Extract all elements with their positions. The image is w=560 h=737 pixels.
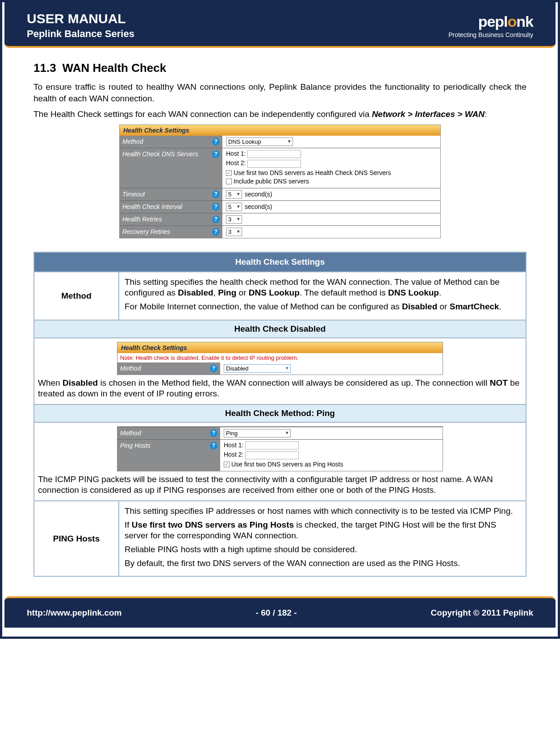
host1-label: Host 1: <box>224 441 243 449</box>
ping-subheader: Health Check Method: Ping <box>34 404 526 423</box>
host1-input[interactable] <box>245 441 299 450</box>
logo-accent-icon: o <box>508 13 517 30</box>
interval-label: Health Check Interval? <box>120 200 222 213</box>
logo-text: peplonk <box>448 13 533 30</box>
section-number: 11.3 <box>33 61 56 75</box>
use-dns-ping-checkbox[interactable]: ✓ <box>224 462 230 467</box>
help-icon[interactable]: ? <box>210 442 217 450</box>
disabled-note: Note: Health check is disabled. Enable i… <box>117 353 443 362</box>
dns-servers-body: Host 1: Host 2: ✓Use first two DNS serve… <box>222 148 440 188</box>
interval-unit: second(s) <box>245 203 272 210</box>
ping-hosts-body: Host 1: Host 2: ✓Use first two DNS serve… <box>220 439 443 471</box>
help-icon[interactable]: ? <box>212 203 220 211</box>
timeout-select[interactable]: 5 <box>226 190 242 199</box>
description-table: Health Check Settings Method This settin… <box>33 252 527 577</box>
method-desc-label: Method <box>34 272 119 320</box>
retries-label: Health Retries? <box>120 213 222 225</box>
retries-select[interactable]: 3 <box>226 215 242 224</box>
interval-select[interactable]: 5 <box>226 203 242 211</box>
document-footer: http://www.peplink.com - 60 / 182 - Copy… <box>4 596 556 628</box>
ping-section: Method? Ping Ping Hosts? Host 1: Host 2:… <box>34 423 526 500</box>
include-public-checkbox[interactable] <box>226 179 232 184</box>
help-icon[interactable]: ? <box>210 429 217 437</box>
host1-label: Host 1: <box>226 150 246 157</box>
ping-hosts-desc-label: PING Hosts <box>34 501 119 576</box>
header-titles: USER MANUAL Peplink Balance Series <box>27 11 134 40</box>
include-public-label: Include public DNS servers <box>234 178 309 185</box>
method-label: Method? <box>117 362 220 375</box>
ping-desc-text: The ICMP PING packets will be issued to … <box>38 474 522 496</box>
help-icon[interactable]: ? <box>212 138 220 146</box>
method-label: Method? <box>120 136 222 148</box>
timeout-label: Timeout? <box>120 188 222 200</box>
method-label: Method? <box>117 427 220 439</box>
help-icon[interactable]: ? <box>212 150 220 158</box>
config-path-text: The Health Check settings for each WAN c… <box>33 108 527 120</box>
nav-path: Network > Interfaces > WAN <box>372 109 485 119</box>
help-icon[interactable]: ? <box>212 216 220 223</box>
host2-input[interactable] <box>247 160 301 168</box>
footer-page: - 60 / 182 - <box>256 608 297 618</box>
panel-header: Health Check Settings <box>120 125 440 136</box>
use-dns-checkbox[interactable]: ✓ <box>226 170 232 176</box>
dns-servers-row: Health Check DNS Servers? Host 1: Host 2… <box>120 148 440 188</box>
series-title: Peplink Balance Series <box>27 28 134 40</box>
method-select[interactable]: Disabled <box>224 364 291 373</box>
host2-label: Host 2: <box>226 159 246 167</box>
settings-screenshot-ping: Method? Ping Ping Hosts? Host 1: Host 2:… <box>117 426 443 471</box>
settings-screenshot-dns: Health Check Settings Method? DNS Lookup… <box>119 125 441 238</box>
page-frame: USER MANUAL Peplink Balance Series peplo… <box>0 0 560 639</box>
brand-logo: peplonk Protecting Business Continuity <box>448 13 533 38</box>
method-row: Method? DNS Lookup <box>120 136 440 148</box>
retries-row: Health Retries? 3 <box>120 213 440 225</box>
table-header: Health Check Settings <box>34 253 526 272</box>
method-row: Method? Ping <box>117 427 443 439</box>
disabled-subheader: Health Check Disabled <box>34 320 526 338</box>
method-body: DNS Lookup <box>222 136 440 148</box>
help-icon[interactable]: ? <box>210 365 217 372</box>
ping-hosts-desc-row: PING Hosts This setting specifies IP add… <box>34 500 526 576</box>
interval-row: Health Check Interval? 5second(s) <box>120 200 440 213</box>
manual-title: USER MANUAL <box>27 11 134 26</box>
help-icon[interactable]: ? <box>212 228 220 236</box>
method-desc-row: Method This setting specifies the health… <box>34 272 526 320</box>
ping-hosts-row: Ping Hosts? Host 1: Host 2: ✓Use first t… <box>117 439 443 471</box>
help-icon[interactable]: ? <box>212 191 220 198</box>
settings-screenshot-disabled: Health Check Settings Note: Health check… <box>117 342 443 375</box>
use-dns-label: Use first two DNS servers as Health Chec… <box>234 169 391 176</box>
ping-hosts-label: Ping Hosts? <box>117 439 220 471</box>
panel-header: Health Check Settings <box>117 342 443 353</box>
intro-text: To ensure traffic is routed to healthy W… <box>33 81 527 104</box>
recovery-row: Recovery Retries? 3 <box>120 225 440 238</box>
tagline: Protecting Business Continuity <box>448 31 533 38</box>
disabled-section: Health Check Settings Note: Health check… <box>34 338 526 404</box>
ping-hosts-desc-body: This setting specifies IP addresses or h… <box>119 501 526 576</box>
recovery-select[interactable]: 3 <box>226 228 242 236</box>
method-row: Method? Disabled <box>117 362 443 375</box>
use-dns-ping-label: Use first two DNS servers as Ping Hosts <box>231 461 343 468</box>
footer-copyright: Copyright © 2011 Peplink <box>431 608 533 618</box>
host2-input[interactable] <box>245 451 299 459</box>
method-select[interactable]: Ping <box>224 429 291 437</box>
timeout-unit: second(s) <box>245 191 272 198</box>
host1-input[interactable] <box>247 150 301 158</box>
method-desc-body: This setting specifies the health check … <box>119 272 526 320</box>
timeout-row: Timeout? 5second(s) <box>120 188 440 200</box>
dns-servers-label: Health Check DNS Servers? <box>120 148 222 188</box>
method-select[interactable]: DNS Lookup <box>226 137 293 146</box>
host2-label: Host 2: <box>224 451 243 458</box>
document-header: USER MANUAL Peplink Balance Series peplo… <box>4 2 556 48</box>
recovery-label: Recovery Retries? <box>120 225 222 238</box>
section-title: WAN Health Check <box>63 61 167 75</box>
content-area: 11.3WAN Health Check To ensure traffic i… <box>2 48 558 592</box>
section-heading: 11.3WAN Health Check <box>33 61 527 75</box>
footer-url: http://www.peplink.com <box>27 608 122 618</box>
